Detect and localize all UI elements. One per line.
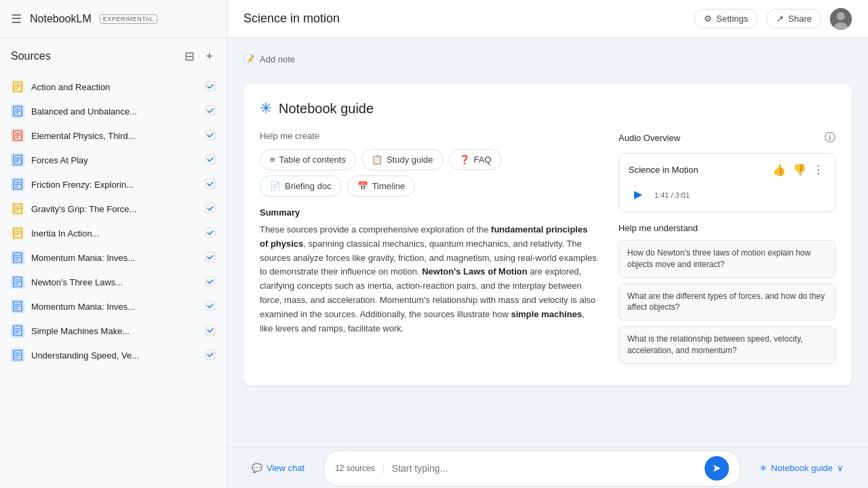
- question-chip-3[interactable]: What is the relationship between speed, …: [618, 326, 835, 364]
- svg-rect-29: [205, 203, 215, 213]
- settings-label: Settings: [716, 14, 748, 24]
- audio-card-header: Science in Motion 👍 👎 ⋮: [629, 162, 825, 178]
- filter-button[interactable]: ⊟: [182, 46, 197, 66]
- source-checkmark[interactable]: [205, 203, 216, 216]
- sources-header: Sources ⊟ +: [0, 38, 226, 72]
- audio-overview-section: Audio Overview ⓘ: [618, 131, 835, 145]
- source-item[interactable]: Forces At Play: [0, 148, 226, 172]
- avatar[interactable]: [830, 8, 852, 30]
- source-icon: [11, 178, 24, 191]
- source-checkmark[interactable]: [205, 251, 216, 264]
- toc-label: Table of contents: [279, 155, 346, 165]
- notebook-title: Science in motion: [243, 12, 683, 26]
- svg-rect-49: [205, 301, 215, 310]
- guide-header: ✳ Notebook guide: [260, 100, 835, 117]
- hamburger-icon[interactable]: ☰: [11, 12, 22, 26]
- source-icon: [11, 251, 24, 264]
- source-icon: [11, 226, 24, 240]
- source-item[interactable]: Gravity's Grip: The Force...: [0, 197, 226, 221]
- source-icon: [11, 202, 24, 216]
- thumbs-up-button[interactable]: 👍: [771, 162, 787, 178]
- notebook-guide-snowflake-icon: ✳: [760, 463, 767, 473]
- source-checkmark[interactable]: [205, 178, 216, 191]
- source-checkmark[interactable]: [205, 349, 216, 362]
- source-item[interactable]: Understanding Speed, Ve...: [0, 343, 226, 367]
- main: Science in motion ⚙ Settings ↗ Share 📝 A…: [227, 0, 868, 488]
- share-icon: ↗: [776, 14, 784, 24]
- audio-card: Science in Motion 👍 👎 ⋮ ▶: [618, 153, 835, 212]
- table-of-contents-chip[interactable]: ≡ Table of contents: [260, 149, 356, 170]
- source-checkmark[interactable]: [205, 105, 216, 118]
- source-item[interactable]: Balanced and Unbalance...: [0, 99, 226, 123]
- source-item[interactable]: Momentum Mania: Inves...: [0, 294, 226, 319]
- view-chat-label: View chat: [267, 463, 304, 473]
- briefing-label: Briefing doc: [285, 181, 332, 191]
- guide-title: Notebook guide: [279, 101, 374, 117]
- timeline-chip[interactable]: 📅 Timeline: [347, 176, 416, 197]
- source-item[interactable]: Friction Frenzy: Explorin...: [0, 172, 226, 197]
- send-icon: ➤: [712, 462, 721, 474]
- source-icon: [11, 153, 24, 167]
- summary-text: These sources provide a comprehensive ex…: [260, 223, 597, 336]
- content: 📝 Add note ✳ Notebook guide Help me crea…: [227, 38, 868, 447]
- svg-rect-9: [205, 106, 215, 115]
- source-item[interactable]: Action and Reaction: [0, 75, 226, 99]
- source-name: Momentum Mania: Inves...: [31, 253, 198, 263]
- briefing-doc-chip[interactable]: 📄 Briefing doc: [260, 176, 342, 197]
- source-name: Understanding Speed, Ve...: [31, 350, 198, 361]
- faq-chip[interactable]: ❓ FAQ: [449, 149, 502, 170]
- notebook-guide-button[interactable]: ✳ Notebook guide ∨: [751, 458, 852, 479]
- more-options-button[interactable]: ⋮: [812, 162, 825, 178]
- question-chip-2[interactable]: What are the different types of forces, …: [618, 283, 835, 321]
- thumbs-down-button[interactable]: 👎: [791, 162, 808, 178]
- study-guide-chip[interactable]: 📋 Study guide: [361, 149, 443, 170]
- source-item[interactable]: Inertia In Action...: [0, 221, 226, 245]
- share-button[interactable]: ↗ Share: [766, 9, 822, 28]
- view-chat-button[interactable]: 💬 View chat: [243, 458, 313, 479]
- source-item[interactable]: Newton's Three Laws...: [0, 270, 226, 294]
- timeline-label: Timeline: [372, 181, 406, 191]
- source-icon: [11, 348, 24, 362]
- svg-rect-39: [205, 252, 215, 262]
- source-icon: [11, 324, 24, 338]
- chat-icon: 💬: [252, 463, 262, 473]
- filter-icon: ⊟: [184, 49, 195, 64]
- source-item[interactable]: Elemental Physics, Third...: [0, 123, 226, 148]
- faq-label: FAQ: [474, 155, 492, 165]
- sources-actions: ⊟ +: [182, 46, 216, 66]
- play-button[interactable]: ▶: [629, 184, 648, 203]
- question-chip-1[interactable]: How do Newton's three laws of motion exp…: [618, 240, 835, 278]
- sources-list: Action and Reaction Balanced and Unbalan…: [0, 72, 226, 488]
- sidebar: ☰ NotebookLM Experimental Sources ⊟ + Ac…: [0, 0, 227, 488]
- source-icon: [11, 275, 24, 289]
- send-button[interactable]: ➤: [705, 456, 729, 481]
- action-chips-row2: 📄 Briefing doc 📅 Timeline: [260, 176, 597, 197]
- brand-badge: Experimental: [100, 14, 157, 24]
- source-checkmark[interactable]: [205, 300, 216, 313]
- chat-input[interactable]: [392, 463, 696, 474]
- source-checkmark[interactable]: [205, 276, 216, 289]
- add-note-bar[interactable]: 📝 Add note: [243, 49, 852, 70]
- help-create-label: Help me create: [260, 131, 597, 141]
- add-note-icon: 📝: [243, 54, 254, 64]
- source-name: Momentum Mania: Inves...: [31, 302, 198, 312]
- guide-body: Help me create ≡ Table of contents 📋 Stu…: [260, 131, 835, 369]
- add-source-button[interactable]: +: [203, 47, 216, 66]
- action-chips-row1: ≡ Table of contents 📋 Study guide ❓ FAQ: [260, 149, 597, 170]
- source-checkmark[interactable]: [205, 227, 216, 240]
- source-icon: [11, 129, 24, 142]
- notebook-guide-btn-label: Notebook guide: [771, 463, 833, 473]
- help-understand-label: Help me understand: [618, 223, 835, 233]
- source-checkmark[interactable]: [205, 129, 216, 142]
- source-checkmark[interactable]: [205, 154, 216, 167]
- svg-rect-4: [205, 81, 215, 91]
- source-icon: [11, 300, 24, 313]
- source-checkmark[interactable]: [205, 81, 216, 94]
- settings-icon: ⚙: [704, 14, 712, 24]
- briefing-icon: 📄: [270, 181, 281, 191]
- plus-icon: +: [205, 49, 213, 64]
- settings-button[interactable]: ⚙ Settings: [694, 9, 758, 28]
- source-item[interactable]: Momentum Mania: Inves...: [0, 245, 226, 270]
- source-item[interactable]: Simple Machines Make...: [0, 319, 226, 343]
- source-checkmark[interactable]: [205, 325, 216, 338]
